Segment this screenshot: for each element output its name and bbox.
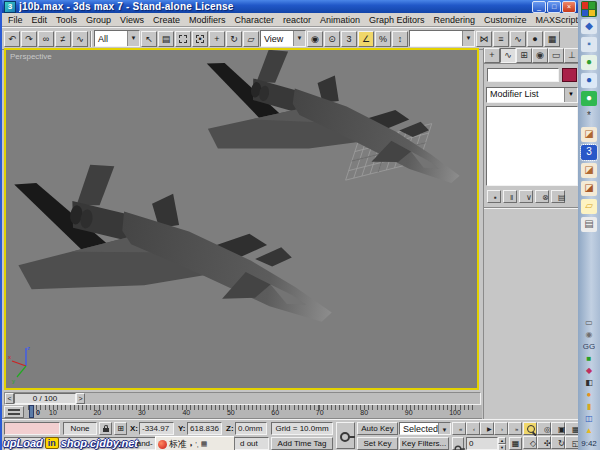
field-of-view-button[interactable]: ◇ <box>523 436 537 449</box>
taskbar-clock[interactable]: 9:42 <box>581 439 597 448</box>
menu-item[interactable]: Views <box>118 15 146 25</box>
windows-logo-icon[interactable] <box>581 1 597 17</box>
spinner-up-icon[interactable]: ▲ <box>498 437 506 444</box>
render-button[interactable]: ▦ <box>544 31 560 47</box>
select-by-name-button[interactable]: ▤ <box>158 31 174 47</box>
frame-number-value[interactable]: 0 <box>466 437 498 450</box>
time-slider-handle[interactable]: < 0 / 100 > <box>5 393 85 404</box>
z-coordinate-field[interactable]: 0.0mm <box>235 422 267 435</box>
asterisk-shortcut-icon[interactable]: * <box>581 109 597 124</box>
key-selection-dropdown[interactable]: Selected ▼ <box>399 422 451 435</box>
chevron-down-icon[interactable]: ▼ <box>293 31 305 46</box>
ime-fullhalf-icon[interactable]: ◗ <box>189 441 193 448</box>
chevron-down-icon[interactable]: ▼ <box>462 31 474 46</box>
menu-item[interactable]: File <box>6 15 25 25</box>
snap-toggle-3d[interactable]: 3 <box>341 31 357 47</box>
chevron-down-icon[interactable]: ▼ <box>564 88 577 102</box>
select-object-button[interactable]: ↖ <box>141 31 157 47</box>
zoom-all-button[interactable]: ◎ <box>537 422 551 435</box>
object-name-field[interactable] <box>487 68 559 82</box>
set-key-button[interactable]: Set Key <box>357 437 398 450</box>
select-and-rotate-button[interactable]: ↻ <box>226 31 242 47</box>
ime-toolbar[interactable]: 标准 ◗ ’, ▦ <box>155 436 235 450</box>
current-frame-field[interactable]: 0 ▲▼ <box>466 437 506 450</box>
next-frame-button[interactable]: › <box>494 422 508 435</box>
photo-file-icon-2[interactable]: ◪ <box>581 163 597 178</box>
current-frame-marker[interactable] <box>29 405 34 418</box>
motion-tab[interactable]: ◉ <box>532 48 548 63</box>
maxscript-mini-listener[interactable] <box>4 422 60 435</box>
menu-item[interactable]: reactor <box>281 15 313 25</box>
key-filters-button[interactable]: Key Filters... <box>399 437 449 450</box>
bind-to-spacewarp-button[interactable]: ∿ <box>72 31 88 47</box>
menu-item[interactable]: Tools <box>54 15 79 25</box>
add-time-tag-button[interactable]: Add Time Tag <box>271 437 333 450</box>
photo-file-icon-1[interactable]: ◪ <box>581 127 597 142</box>
select-and-link-button[interactable]: ∞ <box>38 31 54 47</box>
use-center-button[interactable]: ◉ <box>307 31 323 47</box>
min-max-toggle-button[interactable]: ◱ <box>565 436 579 449</box>
menu-item[interactable]: Character <box>232 15 276 25</box>
x-coordinate-field[interactable]: -334.97 <box>139 422 174 435</box>
time-slider[interactable]: < 0 / 100 > <box>4 392 481 405</box>
menu-item[interactable]: Customize <box>482 15 529 25</box>
zoom-extents-all-button[interactable]: ▦ <box>565 422 579 435</box>
internet-globe-icon[interactable]: ● <box>581 73 597 88</box>
app-shortcut-blue-icon[interactable]: ◆ <box>581 19 597 34</box>
zoom-button[interactable] <box>523 422 537 435</box>
curve-editor-button[interactable]: ∿ <box>510 31 526 47</box>
percent-snap-toggle[interactable]: % <box>375 31 391 47</box>
previous-frame-arrow[interactable]: < <box>5 393 14 404</box>
spinner-down-icon[interactable]: ▼ <box>498 444 506 450</box>
selection-lock-toggle[interactable] <box>99 422 112 435</box>
menu-item[interactable]: Modifiers <box>187 15 228 25</box>
restore-button[interactable]: □ <box>547 1 561 13</box>
tray-lock-icon[interactable]: ▮ <box>582 401 595 413</box>
unlink-selection-button[interactable]: ≠ <box>55 31 71 47</box>
select-and-manipulate-button[interactable]: ⊙ <box>324 31 340 47</box>
rect-selection-region-button[interactable] <box>175 31 191 47</box>
chevron-down-icon[interactable]: ▼ <box>438 423 450 434</box>
3dsmax-file-icon[interactable]: 3 <box>581 145 597 160</box>
ime-logo-icon[interactable] <box>158 440 167 449</box>
next-frame-arrow[interactable]: > <box>76 393 85 404</box>
qq-green-circle-icon[interactable]: ● <box>581 55 597 70</box>
menu-item[interactable]: Animation <box>318 15 362 25</box>
frame-spinner[interactable]: ▲▼ <box>498 437 506 450</box>
tray-orange-circle-icon[interactable]: ● <box>582 389 595 401</box>
arc-rotate-button[interactable]: ↻ <box>551 436 565 449</box>
window-crossing-toggle[interactable]: • <box>192 31 208 47</box>
create-tab[interactable]: + <box>484 48 500 63</box>
ime-mode-label[interactable]: 标准 <box>169 438 187 450</box>
tray-green-square-icon[interactable]: ■ <box>582 353 595 365</box>
track-bar[interactable]: 0 102030405060708090100 <box>2 405 482 419</box>
hierarchy-tab[interactable]: ⊞ <box>516 48 532 63</box>
modifier-list-dropdown[interactable]: Modifier List ▼ <box>486 87 578 103</box>
tray-device-icon[interactable]: ▭ <box>582 317 595 329</box>
named-selection-dropdown[interactable]: ▼ <box>409 30 475 47</box>
viewport-label[interactable]: Perspective <box>10 52 52 61</box>
tray-bw-icon[interactable]: ◧ <box>582 377 595 389</box>
printer-icon[interactable]: ▤ <box>581 217 597 232</box>
align-button[interactable]: ≡ <box>493 31 509 47</box>
pan-button[interactable]: ✣ <box>537 436 551 449</box>
undo-button[interactable]: ↶ <box>4 31 20 47</box>
configure-modifier-sets-button[interactable]: ▤ <box>551 190 565 203</box>
y-coordinate-field[interactable]: 618.836 <box>187 422 222 435</box>
tray-gg-icon[interactable]: GG <box>582 341 595 353</box>
selection-filter-dropdown[interactable]: All ▼ <box>94 30 140 47</box>
menu-item[interactable]: MAXScript <box>534 15 578 25</box>
go-to-start-button[interactable]: « <box>452 422 466 435</box>
angle-snap-toggle[interactable]: ∠ <box>358 31 374 47</box>
menu-item[interactable]: Edit <box>30 15 50 25</box>
app-shortcut-small-icon[interactable]: ▪ <box>581 37 597 52</box>
spinner-snap-toggle[interactable]: ↕ <box>392 31 408 47</box>
pin-stack-button[interactable]: ▪ <box>487 190 501 203</box>
photo-file-icon-3[interactable]: ◪ <box>581 181 597 196</box>
zoom-extents-button[interactable]: ▣ <box>551 422 565 435</box>
qq-messenger-icon[interactable]: ● <box>581 91 597 106</box>
ime-softkeyboard-icon[interactable]: ▦ <box>201 440 208 448</box>
reference-coordinate-dropdown[interactable]: View ▼ <box>260 30 306 47</box>
time-configuration-button[interactable]: ▦ <box>509 437 522 450</box>
play-button[interactable]: ▶ <box>480 422 494 435</box>
